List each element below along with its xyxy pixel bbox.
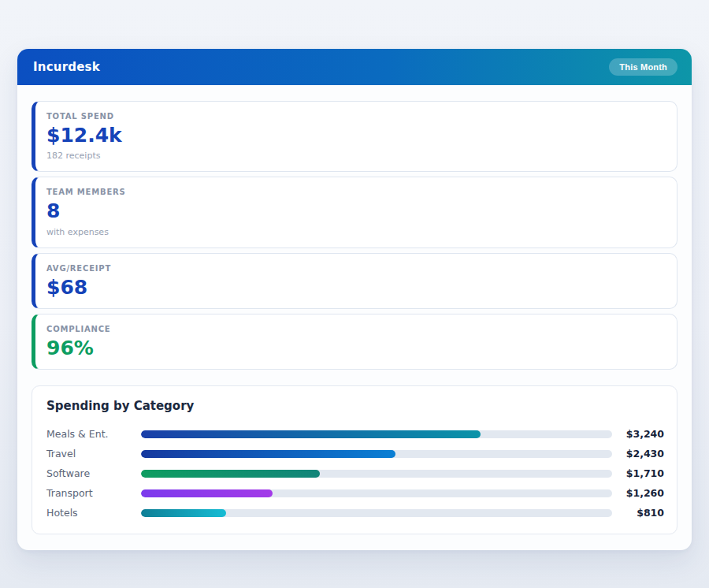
category-value: $810 — [612, 507, 664, 519]
category-value: $1,710 — [612, 467, 664, 479]
bar-fill — [141, 489, 273, 497]
category-label: Software — [46, 467, 141, 479]
bar-track — [141, 489, 612, 497]
category-label: Travel — [46, 448, 141, 460]
stat-caption: with expenses — [46, 227, 663, 237]
stat-card-total-spend: TOTAL SPEND $12.4k 182 receipts — [32, 101, 677, 172]
bar-track — [141, 470, 612, 478]
bar-track — [141, 509, 612, 517]
bar-track — [141, 450, 612, 458]
category-bar-list: Meals & Ent.$3,240Travel$2,430Software$1… — [46, 424, 664, 523]
bar-track — [141, 430, 612, 438]
stat-label: TEAM MEMBERS — [46, 188, 663, 196]
stat-label: COMPLIANCE — [46, 325, 663, 333]
category-label: Meals & Ent. — [46, 428, 141, 440]
period-badge[interactable]: This Month — [609, 58, 677, 76]
bar-fill — [141, 450, 395, 458]
stat-card-avg-receipt: AVG/RECEIPT $68 — [32, 253, 677, 309]
category-row: Hotels$810 — [46, 503, 664, 523]
stat-value: 8 — [46, 201, 663, 221]
stat-value: 96% — [46, 338, 663, 359]
stat-value: $68 — [46, 277, 663, 298]
chart-title: Spending by Category — [46, 399, 664, 413]
category-value: $1,260 — [612, 487, 664, 499]
dashboard-content: TOTAL SPEND $12.4k 182 receipts TEAM MEM… — [17, 85, 692, 534]
category-value: $3,240 — [612, 428, 664, 440]
category-row: Meals & Ent.$3,240 — [46, 424, 664, 444]
stat-card-team-members: TEAM MEMBERS 8 with expenses — [32, 177, 677, 247]
bar-fill — [141, 470, 320, 478]
app-header: Incurdesk This Month — [17, 49, 692, 85]
category-label: Hotels — [46, 507, 141, 519]
category-label: Transport — [46, 487, 141, 499]
dashboard-container: Incurdesk This Month TOTAL SPEND $12.4k … — [17, 49, 692, 550]
stat-card-compliance: COMPLIANCE 96% — [32, 314, 677, 370]
stat-value: $12.4k — [46, 125, 663, 146]
bar-fill — [141, 509, 226, 517]
category-row: Transport$1,260 — [46, 483, 664, 503]
bar-fill — [141, 430, 481, 438]
stat-label: AVG/RECEIPT — [46, 264, 663, 273]
app-title: Incurdesk — [33, 60, 100, 74]
category-row: Software$1,710 — [46, 463, 664, 483]
stat-label: TOTAL SPEND — [46, 112, 663, 121]
spending-by-category-card: Spending by Category Meals & Ent.$3,240T… — [32, 385, 677, 534]
category-value: $2,430 — [612, 448, 664, 460]
category-row: Travel$2,430 — [46, 444, 664, 463]
stat-caption: 182 receipts — [46, 151, 663, 161]
